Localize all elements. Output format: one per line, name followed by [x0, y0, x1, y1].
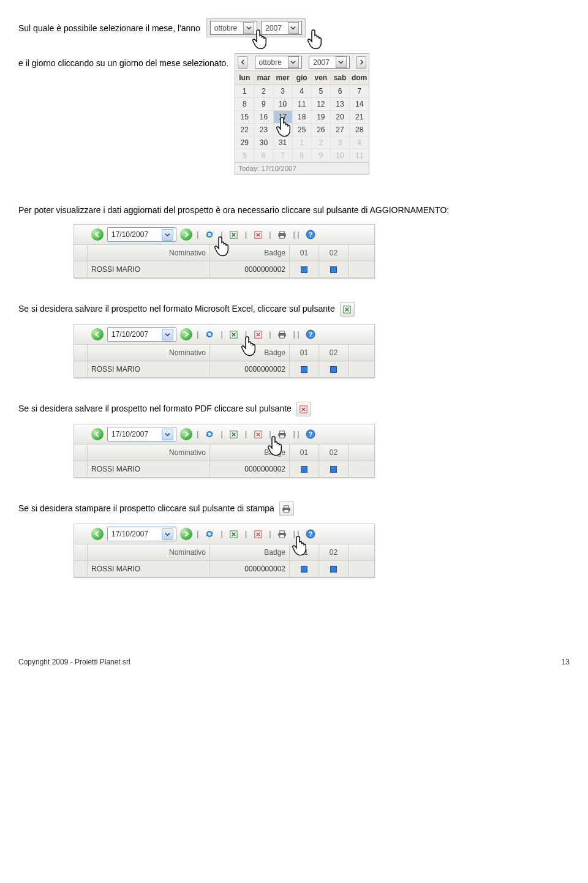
calendar-day[interactable]: 15 — [235, 111, 254, 124]
date-combo[interactable]: 17/10/2007 — [107, 527, 176, 541]
chevron-down-icon[interactable] — [162, 429, 173, 440]
calendar-day[interactable]: 8 — [293, 149, 312, 162]
calendar-day[interactable]: 18 — [293, 111, 312, 124]
next-button[interactable] — [180, 428, 192, 440]
calendar-day[interactable]: 20 — [331, 111, 350, 124]
printer-icon[interactable] — [279, 502, 294, 516]
date-combo[interactable]: 17/10/2007 — [107, 227, 176, 242]
date-combo[interactable]: 17/10/2007 — [107, 427, 176, 441]
calendar-day[interactable]: 27 — [331, 124, 350, 137]
calendar-day[interactable]: 16 — [254, 111, 273, 124]
chevron-down-icon[interactable] — [288, 56, 299, 68]
calendar-day[interactable]: 9 — [312, 149, 331, 162]
chevron-down-icon[interactable] — [162, 329, 173, 340]
calendar-day[interactable]: 9 — [254, 98, 273, 111]
pdf-button[interactable] — [251, 228, 265, 241]
calendar-days-grid[interactable]: 1234567891011121314151617181920212223242… — [235, 85, 369, 162]
calendar-day[interactable]: 7 — [274, 149, 293, 162]
calendar-day[interactable]: 4 — [350, 137, 369, 149]
chevron-down-icon[interactable] — [336, 56, 347, 68]
calendar-day[interactable]: 21 — [350, 111, 369, 124]
calendar-day[interactable]: 8 — [235, 98, 254, 111]
prev-button[interactable] — [91, 328, 104, 340]
calendar-day[interactable]: 3 — [274, 85, 293, 98]
calendar-day[interactable]: 25 — [293, 124, 312, 137]
calendar-day[interactable]: 29 — [235, 137, 254, 149]
calendar-day[interactable]: 3 — [331, 137, 350, 149]
calendar-day[interactable]: 5 — [235, 149, 254, 162]
calendar-day[interactable]: 22 — [235, 124, 254, 137]
calendar-year-value: 2007 — [313, 58, 330, 67]
refresh-button[interactable] — [203, 228, 216, 241]
help-button[interactable] — [304, 427, 317, 441]
month-dropdown[interactable]: ottobre — [210, 21, 257, 35]
refresh-button[interactable] — [203, 328, 216, 341]
chevron-down-icon[interactable] — [162, 528, 173, 540]
chevron-down-icon[interactable] — [288, 22, 299, 34]
help-button[interactable] — [304, 228, 317, 241]
calendar-day[interactable]: 6 — [331, 85, 350, 98]
prev-button[interactable] — [91, 428, 104, 440]
next-button[interactable] — [180, 328, 192, 340]
calendar-day[interactable]: 1 — [235, 85, 254, 98]
calendar-day[interactable]: 30 — [254, 137, 273, 149]
calendar-next-button[interactable] — [356, 56, 366, 69]
calendar-day[interactable]: 23 — [254, 124, 273, 137]
calendar-day[interactable]: 19 — [312, 111, 331, 124]
calendar-day[interactable]: 10 — [274, 98, 293, 111]
calendar-day[interactable]: 17 — [274, 111, 293, 124]
help-button[interactable] — [304, 527, 317, 541]
calendar-day[interactable]: 12 — [312, 98, 331, 111]
calendar-day[interactable]: 1 — [293, 137, 312, 149]
calendar-day[interactable]: 4 — [293, 85, 312, 98]
calendar-day[interactable]: 6 — [254, 149, 273, 162]
excel-button[interactable] — [227, 328, 241, 341]
pdf-icon[interactable] — [296, 402, 311, 416]
print-button[interactable] — [276, 328, 289, 341]
prev-button[interactable] — [91, 228, 104, 241]
refresh-button[interactable] — [203, 527, 216, 541]
calendar-day[interactable]: 11 — [293, 98, 312, 111]
refresh-button[interactable] — [203, 427, 216, 441]
calendar-year-dropdown[interactable]: 2007 — [309, 56, 350, 69]
next-button[interactable] — [180, 528, 192, 540]
calendar-prev-button[interactable] — [238, 56, 247, 69]
grid-data-row[interactable]: ROSSI MARIO 0000000002 — [74, 361, 374, 378]
calendar-day[interactable]: 10 — [331, 149, 350, 162]
date-combo[interactable]: 17/10/2007 — [107, 327, 176, 342]
calendar-day[interactable]: 2 — [312, 137, 331, 149]
help-button[interactable] — [304, 328, 317, 341]
calendar-day[interactable]: 14 — [350, 98, 369, 111]
calendar-month-dropdown[interactable]: ottobre — [255, 56, 302, 69]
print-button[interactable] — [276, 427, 289, 441]
header-nominativo: Nominativo — [88, 245, 210, 261]
calendar-day[interactable]: 5 — [312, 85, 331, 98]
calendar-day[interactable]: 7 — [350, 85, 369, 98]
print-button[interactable] — [276, 228, 289, 241]
excel-button[interactable] — [227, 427, 241, 441]
pdf-button[interactable] — [251, 328, 265, 341]
pdf-button[interactable] — [251, 527, 265, 541]
grid-header-row: Nominativo Badge 01 02 — [74, 544, 374, 561]
calendar-day[interactable]: 2 — [254, 85, 273, 98]
calendar-day[interactable]: 24 — [274, 124, 293, 137]
calendar-day[interactable]: 13 — [331, 98, 350, 111]
chevron-down-icon[interactable] — [243, 22, 254, 34]
pdf-button[interactable] — [251, 427, 265, 441]
next-button[interactable] — [180, 228, 192, 241]
date-picker-calendar[interactable]: ottobre 2007 lunmarmergiovensabdom 12345… — [235, 53, 369, 175]
calendar-day[interactable]: 11 — [350, 149, 369, 162]
chevron-down-icon[interactable] — [162, 229, 173, 241]
excel-icon[interactable] — [340, 302, 355, 317]
calendar-day[interactable]: 31 — [274, 137, 293, 149]
prev-button[interactable] — [91, 528, 104, 540]
year-dropdown[interactable]: 2007 — [261, 21, 302, 35]
grid-data-row[interactable]: ROSSI MARIO 0000000002 — [74, 261, 374, 278]
grid-data-row[interactable]: ROSSI MARIO 0000000002 — [74, 561, 374, 577]
excel-button[interactable] — [227, 527, 241, 541]
calendar-day[interactable]: 28 — [350, 124, 369, 137]
grid-data-row[interactable]: ROSSI MARIO 0000000002 — [74, 461, 374, 478]
calendar-day[interactable]: 26 — [312, 124, 331, 137]
excel-button[interactable] — [227, 228, 241, 241]
print-button[interactable] — [276, 527, 289, 541]
